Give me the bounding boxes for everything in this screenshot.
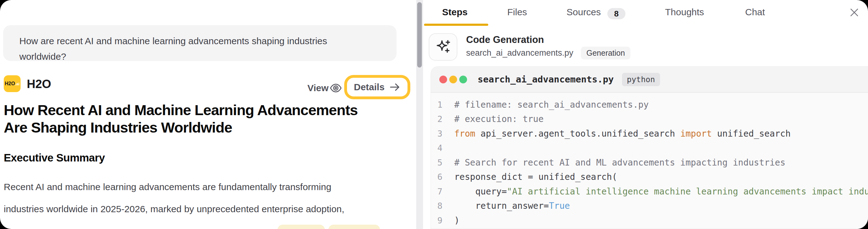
step-filename: search_ai_advancements.py <box>466 48 574 58</box>
article-title-line: Are Shaping Industries Worldwide <box>4 119 232 136</box>
line-number: 7 <box>437 187 442 196</box>
traffic-light-green-icon <box>459 76 467 83</box>
details-button[interactable]: Details <box>344 75 410 99</box>
tab-sources[interactable]: Sources <box>566 7 601 17</box>
code-body[interactable]: 1# filename: search_ai_advancements.py 2… <box>431 93 868 228</box>
line-number: 3 <box>437 129 442 139</box>
screen: How are recent AI and machine learning a… <box>0 0 868 229</box>
question-text-line: worldwide? <box>19 49 380 65</box>
code-line: 4 <box>431 141 868 156</box>
tab-files[interactable]: Files <box>507 7 527 17</box>
source-name: H2O <box>27 77 51 91</box>
line-number: 1 <box>437 100 442 110</box>
tab-steps[interactable]: Steps <box>442 7 468 17</box>
user-question-bubble: How are recent AI and machine learning a… <box>3 25 397 61</box>
citation-pill[interactable] <box>278 225 325 229</box>
line-number: 2 <box>437 114 442 124</box>
code-line-text: from api_server.agent_tools.unified_sear… <box>454 128 791 139</box>
tab-thoughts[interactable]: Thoughts <box>665 7 704 17</box>
close-icon[interactable] <box>847 6 861 19</box>
app-window: How are recent AI and machine learning a… <box>0 0 868 229</box>
traffic-light-yellow-icon <box>449 76 457 83</box>
details-button-label: Details <box>354 82 384 92</box>
line-number: 8 <box>437 201 442 211</box>
code-editor: search_ai_advancements.py python 1# file… <box>431 66 868 229</box>
scrollbar-track[interactable] <box>416 0 423 229</box>
step-title: Code Generation <box>466 34 544 45</box>
step-subtitle: search_ai_advancements.py Generation <box>466 47 630 60</box>
line-number: 5 <box>437 158 442 167</box>
traffic-light-red-icon <box>439 76 447 83</box>
step-icon-button[interactable] <box>429 33 457 61</box>
code-line-text: # Search for recent AI and ML advancemen… <box>454 157 785 168</box>
code-line: 7 query="AI artificial intelligence mach… <box>431 184 868 199</box>
code-editor-header: search_ai_advancements.py python <box>431 67 868 93</box>
code-filename: search_ai_advancements.py <box>478 74 614 85</box>
code-line: 5# Search for recent AI and ML advanceme… <box>431 155 868 170</box>
question-text-line: How are recent AI and machine learning a… <box>19 33 380 49</box>
eye-icon[interactable] <box>329 81 342 94</box>
code-line: 9) <box>431 213 868 228</box>
line-number: 6 <box>437 172 442 182</box>
code-line-text: return_answer=True <box>454 201 570 211</box>
code-line-text: # execution: true <box>454 114 544 124</box>
line-number: 9 <box>437 216 442 225</box>
code-line-text: # filename: search_ai_advancements.py <box>454 100 649 110</box>
h2o-logo-text: H2O <box>5 81 15 86</box>
h2o-logo-suffix: .ai <box>15 81 19 86</box>
code-line: 3from api_server.agent_tools.unified_sea… <box>431 126 868 141</box>
language-badge: python <box>622 73 660 86</box>
h2o-logo: H2O.ai <box>4 75 21 92</box>
section-heading: Executive Summary <box>4 152 105 164</box>
view-button[interactable]: View <box>307 83 329 93</box>
code-line: 8 return_answer=True <box>431 199 868 214</box>
scrollbar-thumb[interactable] <box>417 2 422 68</box>
code-line-text: query="AI artificial intelligence machin… <box>454 186 868 197</box>
tab-chat[interactable]: Chat <box>745 7 765 17</box>
sources-count-badge: 8 <box>607 8 625 19</box>
code-line: 6response_dict = unified_search( <box>431 170 868 185</box>
article-body-line: Recent AI and machine learning advanceme… <box>4 182 332 192</box>
arrow-right-icon <box>389 81 401 93</box>
active-tab-underline <box>424 24 488 26</box>
step-generation-badge: Generation <box>581 47 631 60</box>
article-title-line: How Recent AI and Machine Learning Advan… <box>4 102 358 119</box>
line-number: 4 <box>437 143 442 153</box>
citation-pill[interactable] <box>328 225 380 229</box>
code-line-text: response_dict = unified_search( <box>454 172 617 182</box>
sparkle-icon <box>434 38 452 56</box>
code-line: 1# filename: search_ai_advancements.py <box>431 98 868 112</box>
code-line-text: ) <box>454 215 460 226</box>
article-body-line: industries worldwide in 2025-2026, marke… <box>4 204 344 215</box>
code-line: 2# execution: true <box>431 112 868 127</box>
